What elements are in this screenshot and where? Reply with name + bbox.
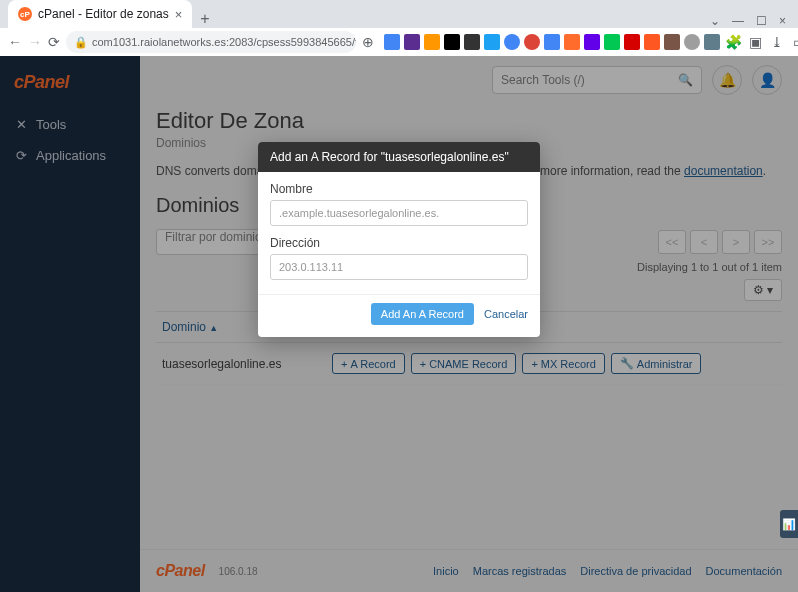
extension-icons: 🧩 ▣ ⤓ ▭ ⋮ (384, 34, 798, 50)
url-text: com1031.raiolanetworks.es:2083/cpsess599… (92, 36, 356, 48)
app-wrapper: cPanel ✕ Tools ⟳ Applications Search Too… (0, 56, 798, 592)
window-maximize-icon[interactable]: ☐ (756, 14, 767, 28)
window-chevron-icon[interactable]: ⌄ (710, 14, 720, 28)
modal-footer: Add An A Record Cancelar (258, 294, 540, 337)
modal-body: Nombre .example.tuasesorlegalonline.es. … (258, 172, 540, 294)
reload-button[interactable]: ⟳ (48, 34, 60, 50)
url-input[interactable]: 🔒 com1031.raiolanetworks.es:2083/cpsess5… (66, 31, 356, 53)
tab-title: cPanel - Editor de zonas (38, 7, 169, 21)
address-bar: ← → ⟳ 🔒 com1031.raiolanetworks.es:2083/c… (0, 28, 798, 56)
bookmark-icon[interactable]: ▭ (790, 34, 798, 50)
ext-icon[interactable] (404, 34, 420, 50)
add-a-record-modal: Add an A Record for "tuasesorlegalonline… (258, 142, 540, 337)
add-record-button[interactable]: Add An A Record (371, 303, 474, 325)
ext-icon[interactable] (484, 34, 500, 50)
ext-icon[interactable] (424, 34, 440, 50)
name-label: Nombre (270, 182, 528, 196)
ext-icon[interactable] (384, 34, 400, 50)
address-label: Dirección (270, 236, 528, 250)
ext-icon[interactable] (584, 34, 600, 50)
ext-icon[interactable] (684, 34, 700, 50)
window-minimize-icon[interactable]: — (732, 14, 744, 28)
tab-bar: cP cPanel - Editor de zonas × + ⌄ — ☐ × (0, 0, 798, 28)
lock-icon: 🔒 (74, 36, 88, 49)
window-controls: ⌄ — ☐ × (698, 14, 798, 28)
download-icon[interactable]: ⤓ (768, 34, 786, 50)
chart-icon: 📊 (782, 518, 796, 531)
ext-icon[interactable] (464, 34, 480, 50)
window-close-icon[interactable]: × (779, 14, 786, 28)
cancel-button[interactable]: Cancelar (484, 308, 528, 320)
back-button[interactable]: ← (8, 34, 22, 50)
ext-icon[interactable] (624, 34, 640, 50)
ext-icon[interactable] (564, 34, 580, 50)
extensions-icon[interactable]: 🧩 (724, 34, 742, 50)
ext-icon[interactable] (444, 34, 460, 50)
browser-chrome: cP cPanel - Editor de zonas × + ⌄ — ☐ × … (0, 0, 798, 56)
ext-icon[interactable] (604, 34, 620, 50)
translate-icon[interactable]: ⊕ (362, 34, 374, 50)
cast-icon[interactable]: ▣ (746, 34, 764, 50)
feedback-tab[interactable]: 📊 (780, 510, 798, 538)
modal-title: Add an A Record for "tuasesorlegalonline… (258, 142, 540, 172)
ext-icon[interactable] (664, 34, 680, 50)
ext-icon[interactable] (524, 34, 540, 50)
new-tab-button[interactable]: + (192, 10, 217, 28)
forward-button[interactable]: → (28, 34, 42, 50)
browser-tab[interactable]: cP cPanel - Editor de zonas × (8, 0, 192, 28)
ext-icon[interactable] (504, 34, 520, 50)
address-input[interactable]: 203.0.113.11 (270, 254, 528, 280)
ext-icon[interactable] (704, 34, 720, 50)
ext-icon[interactable] (644, 34, 660, 50)
tab-close-icon[interactable]: × (175, 7, 183, 22)
name-input[interactable]: .example.tuasesorlegalonline.es. (270, 200, 528, 226)
ext-icon[interactable] (544, 34, 560, 50)
cpanel-favicon: cP (18, 7, 32, 21)
